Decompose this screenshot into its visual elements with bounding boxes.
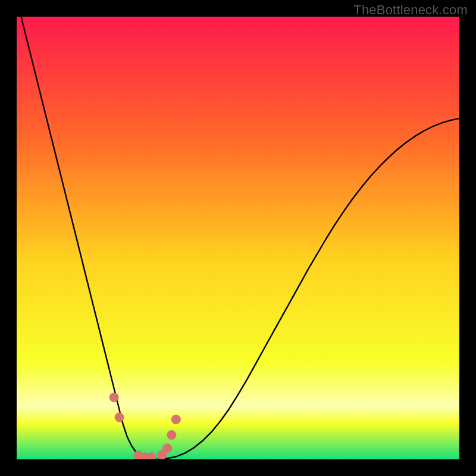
curve-marker xyxy=(167,430,176,440)
gradient-background xyxy=(17,17,459,459)
curve-marker xyxy=(115,412,124,422)
curve-marker xyxy=(162,443,172,453)
plot-area xyxy=(17,17,459,459)
curve-marker xyxy=(109,393,119,402)
watermark-text: TheBottleneck.com xyxy=(353,2,468,18)
curve-marker xyxy=(171,415,181,424)
chart-stage: TheBottleneck.com xyxy=(0,0,476,476)
plot-svg xyxy=(17,17,459,459)
